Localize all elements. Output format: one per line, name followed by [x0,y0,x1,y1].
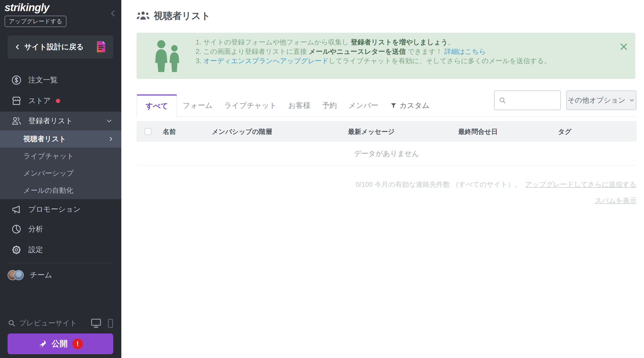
sidebar-subitem-email-automation[interactable]: メールの自動化 [0,182,121,199]
sidebar-item-settings[interactable]: 設定 [0,240,121,260]
banner-line-2: 2. この画面より登録者リストに直接 メールやニュースレターを送信 できます！ … [196,47,612,56]
sidebar-item-store[interactable]: ストア [0,91,121,111]
storefront-icon [11,96,22,106]
show-spam-link[interactable]: スパムを表示 [595,197,636,204]
more-options-label: その他オプション [568,96,626,105]
desktop-preview-icon[interactable] [90,318,102,328]
sidebar-subitem-label: メールの自動化 [23,186,73,195]
sidebar: strikingly アップグレードする サイト設計に戻る [0,0,121,358]
sidebar-item-subscriber-list[interactable]: 登録者リスト [0,112,121,130]
column-header-tags: タグ [558,122,571,142]
pie-chart-icon [11,224,22,234]
chevron-left-icon [14,44,21,50]
sidebar-subitem-label: ライブチャット [23,151,74,161]
chevron-down-icon [629,97,635,103]
spam-line: スパムを表示 [137,196,636,205]
search-icon [8,319,16,327]
close-icon[interactable] [619,42,628,51]
sidebar-item-label: 設定 [28,245,43,255]
site-document-icon [96,41,107,53]
info-banner: 1. サイトの登録フォームや他フォームから収集し 登録者リストを増やしましょう。… [137,33,635,79]
audience-group-icon [136,11,150,21]
avatar [14,270,24,280]
sidebar-item-label: 注文一覧 [28,75,58,85]
audience-plan-upgrade-link[interactable]: オーディエンスプランへアップグレード [203,57,329,65]
upgrade-button[interactable]: アップグレードする [5,16,66,27]
megaphone-icon [11,204,22,215]
banner-line-1: 1. サイトの登録フォームや他フォームから収集し 登録者リストを増やしましょう。 [196,38,612,47]
preview-site-button[interactable]: プレビューサイト [0,314,121,332]
banner-people-icon [150,40,183,72]
column-header-name: 名前 [163,122,176,142]
tab-live-chat[interactable]: ライブチャット [218,94,283,116]
sidebar-item-orders[interactable]: 注文一覧 [0,70,121,90]
more-options-button[interactable]: その他オプション [566,90,636,110]
rocket-icon [38,339,47,348]
select-all-checkbox[interactable] [145,128,151,135]
publish-button[interactable]: 公開 ! [8,333,113,354]
sidebar-item-label: 分析 [28,224,43,234]
sidebar-item-label: ストア [28,96,51,106]
sidebar-subitem-label: メンバーシップ [23,169,74,178]
audience-table: 名前 メンバシップの階層 最新メッセージ 最終問合せ日 タグ データがありません [137,121,636,166]
banner-text: 1. サイトの登録フォームや他フォームから収集し 登録者リストを増やしましょう。… [196,38,612,66]
sidebar-subitem-audience-list[interactable]: 視聴者リスト [0,130,121,148]
back-button-label: サイト設計に戻る [24,42,96,52]
sidebar-item-label: 登録者リスト [28,116,73,126]
search-icon [499,97,506,104]
dollar-circle-icon [11,75,22,85]
sidebar-subitem-membership[interactable]: メンバーシップ [0,165,121,182]
page-title: 視聴者リスト [154,10,211,22]
chevron-down-icon [106,117,113,125]
table-header-row: 名前 メンバシップの階層 最新メッセージ 最終問合せ日 タグ [137,121,636,141]
main-content: 視聴者リスト 1. サイトの登録フォームや他フォームから収集し 登録者リストを増… [121,0,644,358]
sidebar-item-label: チーム [30,270,52,280]
sidebar-item-analytics[interactable]: 分析 [0,219,121,239]
sidebar-item-team[interactable]: チーム [0,266,121,284]
team-avatars [8,270,24,280]
publish-alert-badge: ! [72,339,83,349]
page-header: 視聴者リスト [136,10,211,22]
strikingly-logo: strikingly [5,2,49,14]
table-empty-state: データがありません [137,141,636,166]
column-header-last-inquiry-date: 最終問合せ日 [458,122,498,142]
mobile-preview-icon[interactable] [108,319,113,328]
tab-custom-label: カスタム [400,101,430,111]
tab-forms[interactable]: フォーム [177,94,218,116]
search-box [494,90,561,110]
sidebar-collapse-icon[interactable] [109,9,117,18]
sidebar-subitem-label: 視聴者リスト [23,134,66,144]
list-footer: 0/100 今月の有効な連絡先件数 （すべてのサイト）。 アップグレードしてさら… [137,180,636,205]
publish-label: 公開 [52,338,68,349]
preview-site-label: プレビューサイト [19,318,90,328]
column-header-membership-tier: メンバシップの階層 [212,122,272,142]
gear-icon [11,245,22,255]
tab-bookings[interactable]: 予約 [316,94,343,116]
quota-text: 0/100 今月の有効な連絡先件数 （すべてのサイト）。 [356,181,521,188]
chevron-right-icon [108,136,114,142]
sidebar-item-label: プロモーション [28,204,81,214]
column-header-latest-message: 最新メッセージ [348,122,395,142]
sidebar-group-subscribers: 登録者リスト 視聴者リスト ライブチャット メンバーシップ メールの自動化 [0,112,121,199]
filter-funnel-icon [390,102,397,109]
store-notification-dot [56,99,60,103]
details-link[interactable]: 詳細はこちら [444,48,486,55]
tab-all[interactable]: すべて [137,94,177,117]
tab-customers[interactable]: お客様 [283,94,316,116]
sidebar-item-promotion[interactable]: プロモーション [0,200,121,219]
quota-line: 0/100 今月の有効な連絡先件数 （すべてのサイト）。 アップグレードしてさら… [137,180,636,189]
sidebar-subitem-live-chat[interactable]: ライブチャット [0,148,121,165]
users-icon [11,116,22,126]
upgrade-send-more-link[interactable]: アップグレードしてさらに送信する [525,181,636,188]
tab-members[interactable]: メンバー [343,94,384,116]
tab-custom[interactable]: カスタム [384,94,435,116]
sidebar-divider [8,263,113,263]
banner-line-3: 3. オーディエンスプランへアップグレードしてライブチャットを有効に、そしてさら… [196,56,612,66]
back-to-site-editor-button[interactable]: サイト設計に戻る [8,35,113,59]
